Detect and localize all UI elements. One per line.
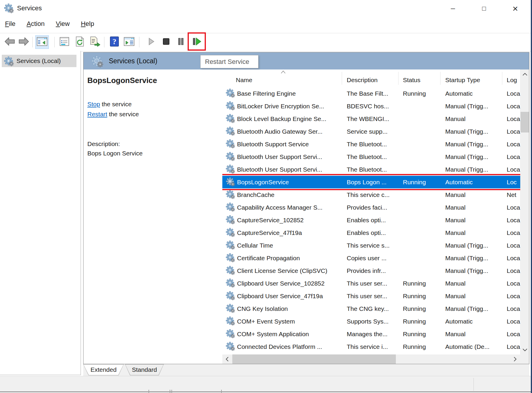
service-name-cell: COM+ System Application: [237, 331, 347, 338]
restart-service-link[interactable]: Restart: [87, 111, 107, 117]
stop-service-button[interactable]: [159, 35, 173, 49]
service-gear-icon: [226, 114, 234, 122]
selected-service-name: BopsLogonService: [87, 76, 222, 85]
service-row[interactable]: Capability Access Manager S... Provides …: [222, 201, 520, 214]
service-row[interactable]: Clipboard User Service_47f19a This user …: [222, 290, 520, 302]
extended-detail-panel: BopsLogonService Stop the service Restar…: [84, 69, 222, 364]
show-action-pane-button[interactable]: [122, 35, 136, 49]
service-row[interactable]: Base Filtering Engine The Base Filt... R…: [222, 87, 520, 100]
column-header-name[interactable]: Name: [236, 77, 252, 84]
scroll-up-icon[interactable]: [521, 69, 529, 79]
service-gear-icon: [226, 89, 234, 97]
scroll-down-icon[interactable]: [521, 345, 529, 354]
tab-standard[interactable]: Standard: [125, 364, 164, 375]
minimize-icon[interactable]: ─: [445, 0, 461, 17]
service-description-cell: This service i...: [347, 343, 403, 350]
service-row[interactable]: CaptureService_47f19a Enables opti... Ma…: [222, 226, 520, 239]
service-description-cell: The Bluetoot...: [347, 153, 403, 160]
service-row[interactable]: COM+ System Application Manages the... R…: [222, 328, 520, 340]
service-startup-cell: Manual: [445, 331, 507, 338]
service-row[interactable]: Clipboard User Service_102852 This user …: [222, 277, 520, 290]
toolbar-separator: [139, 37, 139, 47]
forward-button[interactable]: [17, 35, 31, 49]
service-row[interactable]: Block Level Backup Engine Se... The WBEN…: [222, 112, 520, 125]
service-description-cell: Provides infr...: [347, 267, 403, 274]
service-row[interactable]: BitLocker Drive Encryption Se... BDESVC …: [222, 100, 520, 112]
pause-service-button[interactable]: [174, 35, 188, 49]
service-row[interactable]: Connected Devices Platform ... This serv…: [222, 340, 520, 353]
services-node-icon: [4, 57, 13, 65]
column-divider[interactable]: [342, 72, 342, 85]
tree-item-services-local[interactable]: Services (Local): [2, 55, 76, 67]
service-startup-cell: Automatic: [445, 90, 507, 97]
refresh-icon: [74, 37, 85, 48]
description-label: Description:: [87, 140, 222, 147]
view-tabs-strip: ExtendedStandard: [83, 364, 529, 376]
restart-service-button[interactable]: [190, 35, 204, 49]
service-row[interactable]: Bluetooth Support Service The Bluetoot..…: [222, 138, 520, 150]
scroll-right-icon[interactable]: [510, 354, 520, 364]
service-row[interactable]: Certificate Propagation Copies user ... …: [222, 252, 520, 264]
column-header-description[interactable]: Description: [347, 77, 378, 84]
horizontal-scrollbar[interactable]: [222, 354, 520, 364]
service-row[interactable]: COM+ Event System Supports Sys... Runnin…: [222, 315, 520, 328]
column-divider[interactable]: [502, 72, 502, 85]
service-row[interactable]: Bluetooth User Support Servi... The Blue…: [222, 150, 520, 163]
service-logon-cell: Net: [507, 191, 520, 198]
service-startup-cell: Automatic: [445, 179, 507, 186]
service-description-cell: Bops Logon ...: [347, 179, 403, 186]
help-icon: ?: [110, 37, 119, 48]
menu-action[interactable]: Action: [26, 20, 44, 28]
service-startup-cell: Automatic: [445, 318, 507, 325]
export-list-button[interactable]: [88, 35, 102, 49]
service-description-cell: Provides faci...: [347, 204, 403, 211]
column-header-startup-type[interactable]: Startup Type: [445, 77, 480, 84]
service-row[interactable]: CNG Key Isolation The CNG key... Running…: [222, 302, 520, 315]
service-status-cell: Running: [403, 280, 445, 287]
horizontal-scroll-thumb[interactable]: [232, 354, 396, 364]
service-description-cell: This user ser...: [347, 293, 403, 300]
service-row[interactable]: Bluetooth Audio Gateway Ser... Service s…: [222, 125, 520, 138]
properties-button[interactable]: [58, 35, 71, 49]
service-name-cell: Block Level Backup Engine Se...: [237, 115, 347, 122]
column-divider[interactable]: [398, 72, 398, 85]
service-description-cell: Service supp...: [347, 128, 403, 135]
maximize-icon[interactable]: □: [476, 0, 492, 17]
service-status-cell: Running: [403, 305, 445, 312]
refresh-button[interactable]: [73, 35, 86, 49]
service-gear-icon: [226, 215, 234, 223]
start-service-button[interactable]: [144, 35, 158, 49]
status-bar: [0, 376, 532, 393]
forward-icon: [18, 37, 29, 47]
service-gear-icon: [226, 177, 234, 185]
service-row[interactable]: BopsLogonService Bops Logon ... Running …: [222, 176, 520, 188]
service-gear-icon: [226, 329, 234, 337]
menu-view[interactable]: View: [56, 20, 70, 28]
service-name-cell: Base Filtering Engine: [237, 90, 347, 97]
show-console-tree-button[interactable]: [35, 35, 49, 49]
service-startup-cell: Manual: [445, 229, 507, 236]
service-gear-icon: [226, 203, 234, 211]
vertical-scroll-thumb[interactable]: [521, 112, 529, 132]
service-row[interactable]: Client License Service (ClipSVC) Provide…: [222, 264, 520, 277]
service-row[interactable]: Cellular Time This service s... Manual (…: [222, 239, 520, 252]
menu-help[interactable]: Help: [81, 20, 94, 28]
scroll-left-icon[interactable]: [222, 354, 232, 364]
column-header-status[interactable]: Status: [403, 77, 421, 84]
column-divider[interactable]: [440, 72, 441, 85]
stop-service-link[interactable]: Stop: [87, 101, 100, 107]
tab-extended[interactable]: Extended: [83, 364, 124, 375]
column-header-log[interactable]: Log: [507, 77, 517, 84]
svg-text:?: ?: [113, 37, 116, 46]
service-description-cell: Copies user ...: [347, 255, 403, 262]
menu-file[interactable]: File: [5, 20, 15, 28]
tab-label: Standard: [125, 364, 164, 375]
vertical-scrollbar[interactable]: [520, 69, 529, 354]
service-row[interactable]: Bluetooth User Support Servi... The Blue…: [222, 163, 520, 176]
close-icon[interactable]: ×: [507, 0, 523, 17]
service-row[interactable]: BranchCache This service c... Manual Net: [222, 188, 520, 201]
back-button[interactable]: [3, 35, 16, 49]
service-description-cell: Enables opti...: [347, 229, 403, 236]
service-row[interactable]: CaptureService_102852 Enables opti... Ma…: [222, 214, 520, 226]
help-button[interactable]: ?: [108, 35, 121, 49]
